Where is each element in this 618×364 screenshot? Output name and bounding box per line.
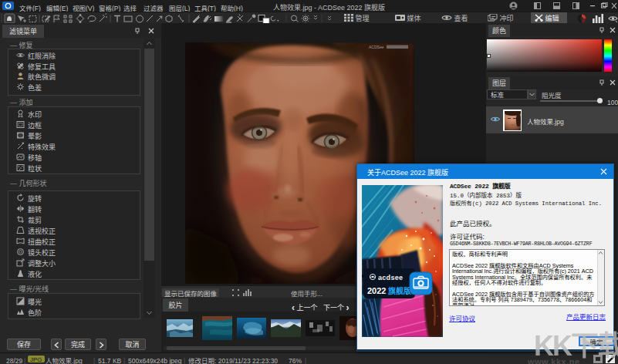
svg-text:旗舰版: 旗舰版 — [388, 285, 411, 296]
svg-text:acdsee: acdsee — [378, 274, 403, 281]
svg-text:2022: 2022 — [367, 286, 386, 295]
svg-text:ACDSee: ACDSee — [369, 45, 384, 49]
